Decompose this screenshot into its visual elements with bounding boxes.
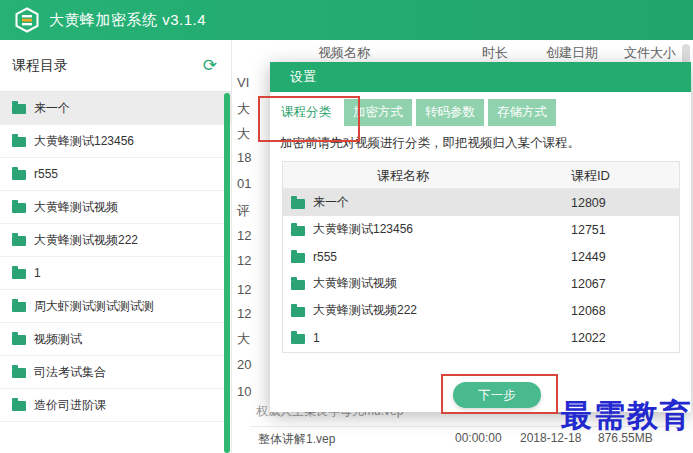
sidebar-item[interactable]: 大黄蜂测试123456	[0, 125, 231, 158]
folder-icon	[12, 401, 26, 411]
app-title: 大黄蜂加密系统 v3.1.4	[49, 11, 206, 30]
bg-column-duration: 时长	[482, 44, 508, 62]
folder-icon	[12, 368, 26, 378]
bg-row-fragment: 01	[237, 176, 251, 191]
sidebar-item-label: 造价司进阶课	[34, 397, 106, 414]
sidebar-item-label: 来一个	[34, 100, 70, 117]
bg-row-fragment: 18	[237, 150, 251, 165]
sidebar-item-label: 大黄蜂测试视频	[34, 199, 118, 216]
bg-row-fragment: 大	[237, 330, 250, 348]
bg-row-fragment: 大	[237, 100, 250, 118]
course-id: 12809	[571, 196, 606, 210]
folder-icon	[291, 280, 305, 290]
sidebar-item-label: 大黄蜂测试视频222	[34, 232, 138, 249]
sidebar-item-label: 视频测试	[34, 331, 82, 348]
settings-dialog: 设置 课程分类 加密方式 转码参数 存储方式 加密前请先对视频进行分类，即把视频…	[270, 62, 691, 412]
app-logo-icon	[14, 7, 40, 33]
next-step-button[interactable]: 下一步	[453, 382, 541, 408]
video-name: 整体讲解1.vep	[258, 431, 335, 448]
sidebar-scrollbar[interactable]	[224, 93, 230, 453]
folder-icon	[291, 253, 305, 263]
table-row[interactable]: 大黄蜂测试视频 12067	[283, 270, 679, 297]
bg-row-fragment: 10	[237, 384, 251, 399]
column-course-id: 课程ID	[571, 162, 610, 189]
course-name: 大黄蜂测试视频222	[313, 302, 417, 319]
tab-transcode-params[interactable]: 转码参数	[416, 99, 484, 126]
dialog-title: 设置	[270, 62, 691, 92]
folder-icon	[12, 170, 26, 180]
bg-column-video-name: 视频名称	[318, 44, 370, 62]
bg-row-fragment: 评	[237, 202, 250, 220]
bg-row-fragment: 12	[237, 282, 251, 297]
table-row[interactable]: 大黄蜂测试123456 12751	[283, 216, 679, 243]
sidebar-item[interactable]: r555	[0, 158, 231, 191]
row-divider	[250, 426, 683, 427]
table-row[interactable]: r555 12449	[283, 243, 679, 270]
folder-icon	[291, 334, 305, 344]
folder-icon	[12, 137, 26, 147]
bg-column-date: 创建日期	[546, 44, 598, 62]
course-id: 12751	[571, 223, 606, 237]
bg-row-fragment: VI	[237, 75, 249, 90]
folder-icon	[12, 269, 26, 279]
bg-row-fragment: 大	[237, 125, 250, 143]
table-row[interactable]: 大黄蜂测试视频222 12068	[283, 297, 679, 324]
folder-icon	[12, 302, 26, 312]
sidebar-item-label: 1	[34, 266, 41, 280]
table-row[interactable]: 来一个 12809	[283, 189, 679, 216]
course-name: 大黄蜂测试视频	[313, 275, 397, 292]
folder-icon	[12, 203, 26, 213]
app-header: 大黄蜂加密系统 v3.1.4	[0, 0, 693, 40]
course-sidebar: 课程目录 ⟳ 来一个 大黄蜂测试123456 r555 大黄蜂测试视频 大黄蜂测…	[0, 40, 232, 453]
bg-column-size: 文件大小	[624, 44, 676, 62]
sidebar-item[interactable]: 1	[0, 257, 231, 290]
tab-encryption-mode[interactable]: 加密方式	[344, 99, 412, 126]
folder-icon	[291, 307, 305, 317]
sidebar-item[interactable]: 周大虾测试测试测试测	[0, 290, 231, 323]
folder-icon	[12, 104, 26, 114]
course-id: 12449	[571, 250, 606, 264]
settings-tabs: 课程分类 加密方式 转码参数 存储方式	[272, 99, 556, 126]
video-duration: 00:00:00	[455, 431, 502, 445]
course-table: 课程名称 课程ID 来一个 12809 大黄蜂测试123456 12751 r5…	[282, 161, 680, 353]
sidebar-header: 课程目录 ⟳	[0, 40, 231, 92]
sidebar-item[interactable]: 视频测试	[0, 323, 231, 356]
course-table-header: 课程名称 课程ID	[283, 162, 679, 189]
tab-course-category[interactable]: 课程分类	[272, 99, 340, 126]
sidebar-item[interactable]: 大黄蜂测试视频	[0, 191, 231, 224]
video-size: 876.55MB	[598, 431, 653, 445]
course-id: 12067	[571, 277, 606, 291]
folder-icon	[291, 199, 305, 209]
course-name: r555	[313, 250, 337, 264]
dialog-description: 加密前请先对视频进行分类，即把视频归入某个课程。	[280, 135, 580, 152]
course-name: 大黄蜂测试123456	[313, 221, 413, 238]
course-name: 1	[313, 331, 320, 345]
table-row[interactable]: 1 12022	[283, 324, 679, 351]
bg-row-fragment: 12	[237, 306, 251, 321]
column-course-name: 课程名称	[283, 162, 523, 189]
sidebar-item[interactable]: 大黄蜂测试视频222	[0, 224, 231, 257]
bg-row-fragment: 12	[237, 253, 251, 268]
sidebar-item-label: 司法考试集合	[34, 364, 106, 381]
refresh-icon[interactable]: ⟳	[203, 57, 217, 74]
sidebar-item[interactable]: 造价司进阶课	[0, 389, 231, 422]
tab-storage-mode[interactable]: 存储方式	[488, 99, 556, 126]
course-name: 来一个	[313, 194, 349, 211]
bg-row-fragment: 20	[237, 357, 251, 372]
sidebar-title: 课程目录	[12, 57, 68, 75]
course-id: 12068	[571, 304, 606, 318]
video-date: 2018-12-18	[520, 431, 581, 445]
sidebar-item[interactable]: 来一个	[0, 92, 231, 125]
sidebar-item[interactable]: 司法考试集合	[0, 356, 231, 389]
bg-row-fragment: 12	[237, 228, 251, 243]
sidebar-item-label: r555	[34, 167, 58, 181]
folder-icon	[291, 226, 305, 236]
folder-icon	[12, 335, 26, 345]
sidebar-item-label: 周大虾测试测试测试测	[34, 298, 154, 315]
sidebar-item-label: 大黄蜂测试123456	[34, 133, 134, 150]
course-id: 12022	[571, 331, 606, 345]
folder-icon	[12, 236, 26, 246]
